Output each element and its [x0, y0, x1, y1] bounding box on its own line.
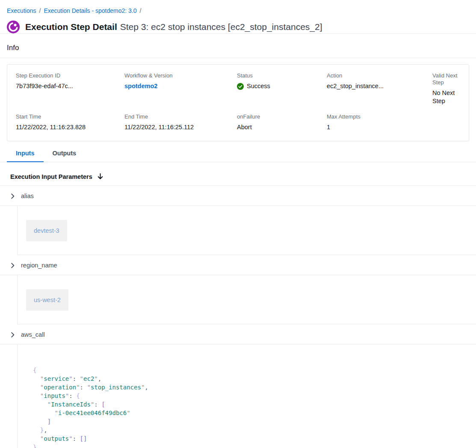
expander-label-alias: alias: [21, 193, 34, 199]
field-value: No Next Step: [432, 89, 460, 105]
field-value: 7b73f93e-edaf-47c...: [16, 82, 124, 90]
breadcrumb-link-execution-details[interactable]: Execution Details - spotdemo2: 3.0: [44, 7, 136, 14]
field-workflow-version: Workflow & Version spotdemo2: [124, 72, 237, 105]
chevron-right-icon: [9, 262, 16, 269]
page-header: Execution Step DetailStep 3: ec2 stop in…: [7, 21, 476, 33]
step-info-grid: Step Execution ID 7b73f93e-edaf-47c... W…: [16, 72, 460, 131]
breadcrumb-link-executions[interactable]: Executions: [7, 7, 36, 14]
tabs: Inputs Outputs: [0, 146, 476, 162]
execution-step-detail-page: Executions/Execution Details - spotdemo2…: [0, 0, 476, 448]
status-value: Success: [237, 82, 327, 90]
field-value: Abort: [237, 123, 327, 131]
field-label: Valid Next Step: [432, 72, 460, 86]
code-line: ]: [33, 417, 476, 426]
tab-inputs[interactable]: Inputs: [7, 146, 44, 162]
field-step-execution-id: Step Execution ID 7b73f93e-edaf-47c...: [16, 72, 124, 105]
field-value: 11/22/2022, 11:16:25.112: [124, 123, 237, 131]
field-action: Action ec2_stop_instance...: [327, 72, 432, 105]
code-line: },: [33, 426, 476, 434]
step-info-card: Step Execution ID 7b73f93e-edaf-47c... W…: [7, 64, 469, 141]
expander-label-region-name: region_name: [21, 262, 57, 269]
expander-region-name[interactable]: region_name: [0, 255, 476, 275]
field-label: Workflow & Version: [124, 72, 237, 79]
field-valid-next-step: Valid Next Step No Next Step: [432, 72, 460, 105]
field-end-time: End Time 11/22/2022, 11:16:25.112: [124, 113, 237, 131]
panel-alias: devtest-3: [17, 206, 476, 255]
field-max-attempts: Max Attempts 1: [327, 113, 432, 131]
code-line: "service": "ec2",: [33, 374, 476, 383]
panel-region-name: us-west-2: [17, 275, 476, 324]
page-title: Execution Step DetailStep 3: ec2 stop in…: [25, 21, 322, 33]
info-section-heading: Info: [0, 34, 476, 58]
code-line: "InstanceIds": [: [33, 400, 476, 409]
region-name-value-chip[interactable]: us-west-2: [26, 289, 68, 311]
code-line: "operation": "stop_instances",: [33, 383, 476, 392]
field-label: Step Execution ID: [16, 72, 124, 79]
purple-app-logo-icon: [7, 21, 20, 33]
status-text: Success: [247, 82, 270, 90]
field-label: End Time: [124, 113, 237, 120]
alias-value-chip[interactable]: devtest-3: [26, 220, 67, 241]
field-status: Status Success: [237, 72, 327, 105]
field-label: Start Time: [16, 113, 124, 120]
workflow-link[interactable]: spotdemo2: [124, 83, 157, 89]
code-line: "i-0ec41ee046f49dbc6": [33, 409, 476, 417]
json-code: { "service": "ec2", "operation": "stop_i…: [33, 366, 476, 448]
breadcrumb-separator: /: [39, 7, 41, 14]
code-line: "outputs": []: [33, 434, 476, 443]
tab-outputs[interactable]: Outputs: [44, 146, 86, 162]
code-line: }: [33, 443, 476, 448]
field-label: Max Attempts: [327, 113, 432, 120]
page-subtitle: Step 3: ec2 stop instances [ec2_stop_ins…: [120, 22, 322, 32]
field-label: Action: [327, 72, 432, 79]
field-value: 1: [327, 123, 432, 131]
code-line: "inputs": {: [33, 392, 476, 400]
field-label: onFailure: [237, 113, 327, 120]
chevron-right-icon: [9, 332, 16, 338]
execution-input-parameters-header: Execution Input Parameters: [0, 162, 476, 186]
field-on-failure: onFailure Abort: [237, 113, 327, 131]
panel-aws-call: { "service": "ec2", "operation": "stop_i…: [17, 344, 476, 448]
expander-aws-call[interactable]: aws_call: [0, 324, 476, 344]
params-header-label: Execution Input Parameters: [10, 173, 92, 180]
expander-label-aws-call: aws_call: [21, 331, 45, 338]
code-line: {: [33, 366, 476, 374]
divider: [0, 58, 476, 58]
field-label: Status: [237, 72, 327, 79]
field-start-time: Start Time 11/22/2022, 11:16:23.828: [16, 113, 124, 131]
breadcrumb-separator: /: [140, 7, 142, 14]
chevron-right-icon: [9, 193, 16, 199]
breadcrumb: Executions/Execution Details - spotdemo2…: [0, 0, 476, 15]
field-value: ec2_stop_instance...: [327, 82, 432, 90]
arrow-down-icon[interactable]: [97, 173, 104, 180]
check-circle-icon: [237, 83, 244, 90]
expander-alias[interactable]: alias: [0, 186, 476, 206]
field-value: 11/22/2022, 11:16:23.828: [16, 123, 124, 131]
page-title-text: Execution Step Detail: [25, 22, 117, 32]
